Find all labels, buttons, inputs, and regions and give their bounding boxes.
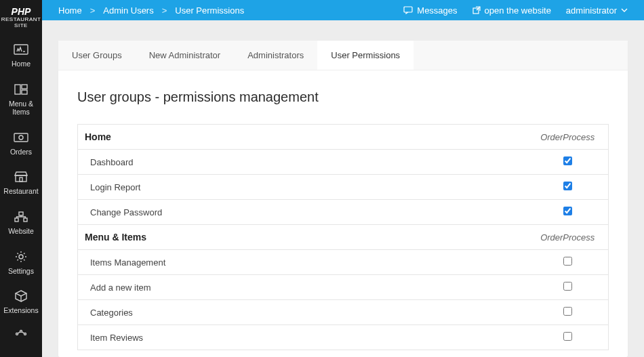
user-label: administrator bbox=[566, 5, 617, 16]
perm-checkbox[interactable] bbox=[563, 182, 572, 190]
perm-row: Change Password bbox=[78, 200, 609, 225]
perm-checkbox[interactable] bbox=[563, 257, 572, 266]
perm-checkbox[interactable] bbox=[563, 207, 572, 215]
svg-rect-2 bbox=[15, 85, 20, 94]
perm-row: Item Reviews bbox=[78, 325, 609, 350]
topbar-right: Messages open the website administrator bbox=[403, 5, 628, 16]
messages-label: Messages bbox=[417, 5, 457, 16]
nav-extensions[interactable]: Extensions bbox=[0, 282, 42, 322]
perm-row-label: Add a new item bbox=[78, 275, 527, 300]
perm-row-label: Login Report bbox=[78, 175, 527, 200]
open-website-label: open the website bbox=[485, 5, 551, 16]
breadcrumb-admin-users[interactable]: Admin Users bbox=[103, 5, 153, 16]
brand-bottom: RESTAURANT SITE bbox=[1, 17, 41, 29]
sidebar: PHP RESTAURANT SITE Home Menu & Items bbox=[0, 0, 42, 357]
card: User Groups New Administrator Administra… bbox=[58, 41, 628, 357]
nav-menu-items[interactable]: Menu & Items bbox=[0, 76, 42, 124]
permissions-table: HomeOrderProcessDashboardLogin ReportCha… bbox=[77, 124, 609, 350]
main: Home > Admin Users > User Permissions Me… bbox=[42, 0, 644, 357]
breadcrumb: Home > Admin Users > User Permissions bbox=[58, 5, 244, 16]
perm-section-title: Menu & Items bbox=[78, 225, 527, 250]
nav-label: Website bbox=[2, 227, 40, 236]
breadcrumb-sep: > bbox=[162, 5, 167, 16]
user-menu[interactable]: administrator bbox=[566, 5, 628, 16]
brand-top: PHP bbox=[1, 7, 41, 17]
svg-rect-11 bbox=[24, 218, 27, 222]
nav-settings[interactable]: Settings bbox=[0, 243, 42, 283]
svg-rect-3 bbox=[22, 85, 27, 89]
svg-rect-10 bbox=[15, 218, 18, 222]
perm-group-header: OrderProcess bbox=[527, 125, 609, 150]
perm-section-title: Home bbox=[78, 125, 527, 150]
svg-rect-8 bbox=[20, 177, 22, 182]
topbar: Home > Admin Users > User Permissions Me… bbox=[42, 0, 644, 20]
panels-icon bbox=[2, 82, 40, 97]
chat-icon bbox=[403, 6, 413, 14]
perm-section-header: Menu & ItemsOrderProcess bbox=[78, 225, 609, 250]
store-icon bbox=[2, 169, 40, 184]
gear-icon bbox=[2, 249, 40, 264]
dashboard-icon bbox=[2, 42, 40, 57]
nav: Home Menu & Items Orders Restaurant bbox=[0, 36, 42, 350]
svg-point-12 bbox=[19, 255, 23, 259]
tab-administrators[interactable]: Administrators bbox=[234, 41, 317, 70]
perm-row-label: Item Reviews bbox=[78, 325, 527, 350]
tabs: User Groups New Administrator Administra… bbox=[58, 41, 628, 70]
money-icon bbox=[2, 130, 40, 145]
tab-new-administrator[interactable]: New Administrator bbox=[136, 41, 234, 70]
chevron-down-icon bbox=[621, 8, 628, 12]
perm-group-header: OrderProcess bbox=[527, 225, 609, 250]
perm-checkbox[interactable] bbox=[563, 282, 572, 291]
perm-row: Login Report bbox=[78, 175, 609, 200]
perm-row-label: Items Management bbox=[78, 250, 527, 275]
perm-checkbox[interactable] bbox=[563, 332, 572, 341]
nav-label: Settings bbox=[2, 267, 40, 276]
external-icon bbox=[472, 6, 481, 14]
nav-orders[interactable]: Orders bbox=[0, 124, 42, 164]
cube-icon bbox=[2, 289, 40, 303]
svg-rect-4 bbox=[22, 90, 27, 94]
perm-row: Categories bbox=[78, 300, 609, 325]
perm-row-label: Dashboard bbox=[78, 150, 527, 175]
perm-checkbox[interactable] bbox=[563, 307, 572, 316]
breadcrumb-home[interactable]: Home bbox=[58, 5, 82, 16]
perm-row-label: Change Password bbox=[78, 200, 527, 225]
perm-section-header: HomeOrderProcess bbox=[78, 125, 609, 150]
nav-restaurant[interactable]: Restaurant bbox=[0, 163, 42, 203]
svg-rect-9 bbox=[19, 212, 23, 215]
nav-home[interactable]: Home bbox=[0, 36, 42, 76]
nav-more[interactable] bbox=[0, 322, 42, 350]
card-body: User groups - permissions management Hom… bbox=[58, 70, 628, 357]
nav-website[interactable]: Website bbox=[0, 203, 42, 243]
nav-label: Orders bbox=[2, 148, 40, 156]
nav-label: Menu & Items bbox=[2, 100, 40, 117]
svg-point-6 bbox=[19, 135, 23, 140]
tab-user-permissions[interactable]: User Permissions bbox=[317, 41, 414, 70]
svg-rect-7 bbox=[16, 175, 26, 182]
nav-label: Restaurant bbox=[2, 187, 40, 196]
perm-checkbox[interactable] bbox=[563, 156, 572, 165]
svg-rect-16 bbox=[404, 7, 412, 12]
graph-icon bbox=[2, 325, 40, 340]
nav-label: Home bbox=[2, 60, 40, 68]
perm-row: Add a new item bbox=[78, 275, 609, 300]
nav-label: Extensions bbox=[2, 306, 40, 315]
page-title: User groups - permissions management bbox=[77, 89, 609, 105]
open-website-link[interactable]: open the website bbox=[472, 5, 551, 16]
svg-rect-5 bbox=[14, 133, 28, 142]
tab-user-groups[interactable]: User Groups bbox=[58, 41, 136, 70]
breadcrumb-user-permissions[interactable]: User Permissions bbox=[175, 5, 244, 16]
brand: PHP RESTAURANT SITE bbox=[0, 0, 42, 36]
content: User Groups New Administrator Administra… bbox=[42, 20, 644, 357]
perm-row-label: Categories bbox=[78, 300, 527, 325]
breadcrumb-sep: > bbox=[90, 5, 96, 16]
perm-row: Dashboard bbox=[78, 150, 609, 175]
messages-link[interactable]: Messages bbox=[403, 5, 457, 16]
perm-row: Items Management bbox=[78, 250, 609, 275]
sitemap-icon bbox=[2, 209, 40, 224]
